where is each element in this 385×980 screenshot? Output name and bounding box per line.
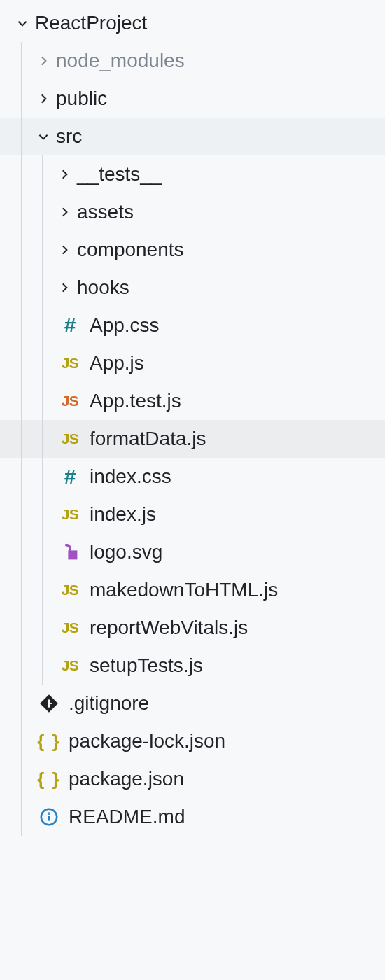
tree-file-index-css[interactable]: # index.css bbox=[0, 458, 385, 496]
tree-file-logo-svg[interactable]: logo.svg bbox=[0, 533, 385, 571]
tree-label: public bbox=[56, 88, 107, 110]
chevron-right-icon bbox=[36, 92, 50, 106]
tree-file-package-json[interactable]: { } package.json bbox=[0, 760, 385, 798]
tree-file-index-js[interactable]: JS index.js bbox=[0, 496, 385, 533]
js-file-icon: JS bbox=[57, 426, 83, 451]
tree-file-package-lock[interactable]: { } package-lock.json bbox=[0, 722, 385, 760]
tree-file-setuptests-js[interactable]: JS setupTests.js bbox=[0, 647, 385, 685]
js-file-icon: JS bbox=[57, 578, 83, 603]
tree-folder-hooks[interactable]: hooks bbox=[0, 269, 385, 307]
js-file-icon: JS bbox=[57, 502, 83, 527]
tree-file-gitignore[interactable]: .gitignore bbox=[0, 685, 385, 722]
css-file-icon: # bbox=[57, 464, 83, 489]
tree-folder-src[interactable]: src bbox=[0, 118, 385, 155]
js-file-icon: JS bbox=[57, 615, 83, 640]
js-file-icon: JS bbox=[57, 653, 83, 678]
tree-label: App.js bbox=[90, 352, 144, 374]
chevron-down-icon bbox=[15, 16, 29, 30]
svg-point-7 bbox=[48, 813, 49, 813]
tree-label: src bbox=[56, 125, 82, 148]
tree-label: App.test.js bbox=[90, 390, 181, 412]
svg-rect-0 bbox=[68, 550, 77, 559]
tree-file-readme[interactable]: README.md bbox=[0, 798, 385, 836]
json-file-icon: { } bbox=[36, 766, 62, 792]
info-file-icon bbox=[36, 804, 62, 830]
chevron-right-icon bbox=[57, 167, 71, 181]
tree-label: App.css bbox=[90, 314, 160, 337]
tree-file-formatdata-js[interactable]: JS formatData.js bbox=[0, 420, 385, 458]
tree-label: formatData.js bbox=[90, 428, 206, 450]
tree-file-markdown-js[interactable]: JS makedownToHTML.js bbox=[0, 571, 385, 609]
git-file-icon bbox=[36, 691, 62, 716]
tree-folder-root[interactable]: ReactProject bbox=[0, 4, 385, 42]
chevron-right-icon bbox=[36, 54, 50, 68]
tree-label: package.json bbox=[69, 768, 184, 790]
tree-label: reportWebVitals.js bbox=[90, 617, 248, 639]
tree-file-app-js[interactable]: JS App.js bbox=[0, 344, 385, 382]
tree-folder-public[interactable]: public bbox=[0, 80, 385, 118]
tree-label: README.md bbox=[69, 806, 185, 828]
chevron-down-icon bbox=[36, 130, 50, 144]
tree-folder-tests[interactable]: __tests__ bbox=[0, 155, 385, 193]
tree-label: assets bbox=[77, 201, 134, 223]
tree-file-app-css[interactable]: # App.css bbox=[0, 307, 385, 344]
js-file-icon: JS bbox=[57, 351, 83, 376]
tree-folder-assets[interactable]: assets bbox=[0, 193, 385, 231]
tree-label: index.js bbox=[90, 503, 156, 526]
tree-label: components bbox=[77, 239, 184, 261]
tree-label: setupTests.js bbox=[90, 654, 203, 677]
chevron-right-icon bbox=[57, 205, 71, 219]
file-tree: ReactProject node_modules public src __t… bbox=[0, 0, 385, 836]
js-test-file-icon: JS bbox=[57, 388, 83, 414]
svg-file-icon bbox=[57, 540, 83, 565]
chevron-right-icon bbox=[57, 243, 71, 257]
tree-folder-node-modules[interactable]: node_modules bbox=[0, 42, 385, 80]
tree-label: logo.svg bbox=[90, 541, 162, 564]
tree-label: makedownToHTML.js bbox=[90, 579, 278, 601]
tree-file-reportwebvitals-js[interactable]: JS reportWebVitals.js bbox=[0, 609, 385, 647]
tree-label: hooks bbox=[77, 276, 130, 299]
tree-label: index.css bbox=[90, 465, 172, 488]
tree-folder-components[interactable]: components bbox=[0, 231, 385, 269]
tree-file-app-test-js[interactable]: JS App.test.js bbox=[0, 382, 385, 420]
css-file-icon: # bbox=[57, 313, 83, 338]
tree-label: node_modules bbox=[56, 50, 185, 72]
tree-label: package-lock.json bbox=[69, 730, 225, 752]
chevron-right-icon bbox=[57, 281, 71, 295]
json-file-icon: { } bbox=[36, 729, 62, 754]
tree-label: ReactProject bbox=[35, 12, 147, 34]
tree-label: __tests__ bbox=[77, 163, 162, 186]
tree-label: .gitignore bbox=[69, 692, 149, 715]
